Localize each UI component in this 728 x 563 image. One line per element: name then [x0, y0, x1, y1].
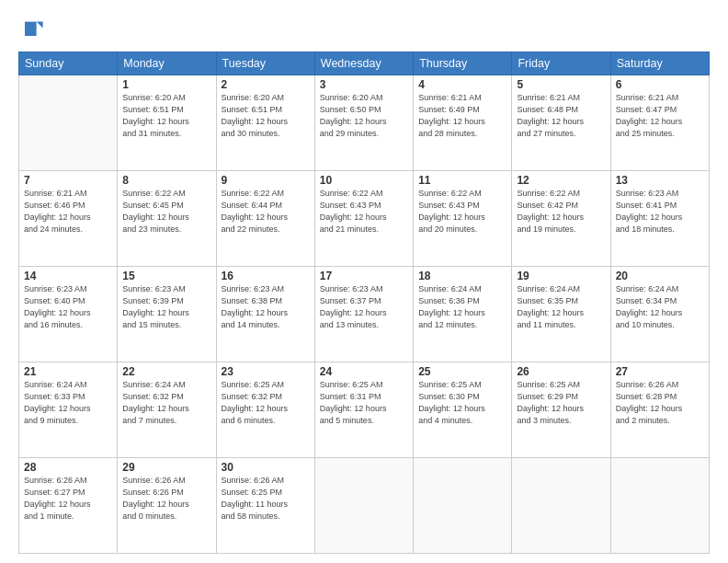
day-info: Sunrise: 6:26 AM Sunset: 6:26 PM Dayligh…: [122, 475, 210, 523]
day-info: Sunrise: 6:20 AM Sunset: 6:51 PM Dayligh…: [122, 92, 210, 140]
day-number: 4: [418, 78, 506, 91]
week-row-3: 21Sunrise: 6:24 AM Sunset: 6:33 PM Dayli…: [19, 362, 710, 458]
day-info: Sunrise: 6:24 AM Sunset: 6:33 PM Dayligh…: [24, 379, 112, 427]
day-number: 10: [320, 174, 408, 187]
day-number: 30: [222, 461, 310, 474]
weekday-header-wednesday: Wednesday: [314, 52, 413, 75]
logo: [18, 17, 50, 42]
weekday-header-tuesday: Tuesday: [216, 52, 314, 75]
day-number: 7: [24, 174, 112, 187]
calendar-cell: 20Sunrise: 6:24 AM Sunset: 6:34 PM Dayli…: [610, 267, 709, 362]
calendar-cell: 16Sunrise: 6:23 AM Sunset: 6:38 PM Dayli…: [216, 267, 314, 362]
day-info: Sunrise: 6:23 AM Sunset: 6:40 PM Dayligh…: [24, 283, 112, 331]
day-info: Sunrise: 6:26 AM Sunset: 6:28 PM Dayligh…: [616, 379, 704, 427]
calendar-cell: 11Sunrise: 6:22 AM Sunset: 6:43 PM Dayli…: [414, 171, 512, 267]
calendar-cell: 29Sunrise: 6:26 AM Sunset: 6:26 PM Dayli…: [118, 458, 216, 554]
calendar-cell: 24Sunrise: 6:25 AM Sunset: 6:31 PM Dayli…: [314, 362, 413, 458]
weekday-header-sunday: Sunday: [19, 52, 118, 75]
calendar-cell: [314, 458, 413, 554]
weekday-header-monday: Monday: [118, 52, 216, 75]
day-info: Sunrise: 6:23 AM Sunset: 6:39 PM Dayligh…: [122, 283, 210, 331]
calendar-cell: 9Sunrise: 6:22 AM Sunset: 6:44 PM Daylig…: [216, 171, 314, 267]
day-number: 28: [24, 461, 112, 474]
day-number: 3: [320, 78, 408, 91]
day-info: Sunrise: 6:22 AM Sunset: 6:45 PM Dayligh…: [122, 188, 210, 236]
day-info: Sunrise: 6:22 AM Sunset: 6:44 PM Dayligh…: [222, 188, 310, 236]
day-number: 12: [517, 174, 605, 187]
weekday-header-friday: Friday: [512, 52, 610, 75]
day-info: Sunrise: 6:24 AM Sunset: 6:32 PM Dayligh…: [122, 379, 210, 427]
day-number: 6: [616, 78, 704, 91]
day-info: Sunrise: 6:25 AM Sunset: 6:30 PM Dayligh…: [418, 379, 506, 427]
calendar-cell: 12Sunrise: 6:22 AM Sunset: 6:42 PM Dayli…: [512, 171, 610, 267]
day-info: Sunrise: 6:21 AM Sunset: 6:48 PM Dayligh…: [517, 92, 605, 140]
day-info: Sunrise: 6:20 AM Sunset: 6:51 PM Dayligh…: [222, 92, 310, 140]
day-number: 17: [320, 270, 408, 282]
header: [18, 17, 710, 42]
calendar-cell: [19, 75, 118, 171]
svg-marker-0: [37, 22, 43, 29]
calendar-cell: 13Sunrise: 6:23 AM Sunset: 6:41 PM Dayli…: [610, 171, 709, 267]
calendar-cell: [414, 458, 512, 554]
calendar-cell: 23Sunrise: 6:25 AM Sunset: 6:32 PM Dayli…: [216, 362, 314, 458]
day-number: 23: [222, 365, 310, 378]
day-number: 1: [122, 78, 210, 91]
day-number: 2: [222, 78, 310, 91]
day-number: 15: [122, 270, 210, 282]
day-number: 11: [418, 174, 506, 187]
day-info: Sunrise: 6:26 AM Sunset: 6:27 PM Dayligh…: [24, 475, 112, 523]
day-info: Sunrise: 6:22 AM Sunset: 6:42 PM Dayligh…: [517, 188, 605, 236]
day-number: 8: [122, 174, 210, 187]
calendar-cell: 30Sunrise: 6:26 AM Sunset: 6:25 PM Dayli…: [216, 458, 314, 554]
day-number: 18: [418, 270, 506, 282]
calendar-cell: 8Sunrise: 6:22 AM Sunset: 6:45 PM Daylig…: [118, 171, 216, 267]
day-number: 21: [24, 365, 112, 378]
day-number: 14: [24, 270, 112, 282]
day-number: 24: [320, 365, 408, 378]
calendar-cell: 7Sunrise: 6:21 AM Sunset: 6:46 PM Daylig…: [19, 171, 118, 267]
week-row-2: 14Sunrise: 6:23 AM Sunset: 6:40 PM Dayli…: [19, 267, 710, 362]
day-info: Sunrise: 6:24 AM Sunset: 6:34 PM Dayligh…: [616, 283, 704, 331]
day-number: 27: [616, 365, 704, 378]
day-number: 13: [616, 174, 704, 187]
day-info: Sunrise: 6:22 AM Sunset: 6:43 PM Dayligh…: [418, 188, 506, 236]
calendar-cell: 17Sunrise: 6:23 AM Sunset: 6:37 PM Dayli…: [314, 267, 413, 362]
day-number: 25: [418, 365, 506, 378]
calendar-cell: 28Sunrise: 6:26 AM Sunset: 6:27 PM Dayli…: [19, 458, 118, 554]
calendar-cell: [610, 458, 709, 554]
calendar-cell: 22Sunrise: 6:24 AM Sunset: 6:32 PM Dayli…: [118, 362, 216, 458]
day-info: Sunrise: 6:25 AM Sunset: 6:32 PM Dayligh…: [222, 379, 310, 427]
day-info: Sunrise: 6:23 AM Sunset: 6:37 PM Dayligh…: [320, 283, 408, 331]
page: SundayMondayTuesdayWednesdayThursdayFrid…: [0, 0, 728, 563]
day-info: Sunrise: 6:24 AM Sunset: 6:36 PM Dayligh…: [418, 283, 506, 331]
calendar-cell: 18Sunrise: 6:24 AM Sunset: 6:36 PM Dayli…: [414, 267, 512, 362]
calendar-cell: 5Sunrise: 6:21 AM Sunset: 6:48 PM Daylig…: [512, 75, 610, 171]
calendar-cell: 10Sunrise: 6:22 AM Sunset: 6:43 PM Dayli…: [314, 171, 413, 267]
day-number: 22: [122, 365, 210, 378]
day-info: Sunrise: 6:21 AM Sunset: 6:47 PM Dayligh…: [616, 92, 704, 140]
calendar-cell: 27Sunrise: 6:26 AM Sunset: 6:28 PM Dayli…: [610, 362, 709, 458]
day-number: 9: [222, 174, 310, 187]
calendar-table: SundayMondayTuesdayWednesdayThursdayFrid…: [18, 52, 710, 554]
calendar-cell: 1Sunrise: 6:20 AM Sunset: 6:51 PM Daylig…: [118, 75, 216, 171]
day-number: 19: [517, 270, 605, 282]
day-info: Sunrise: 6:24 AM Sunset: 6:35 PM Dayligh…: [517, 283, 605, 331]
day-info: Sunrise: 6:21 AM Sunset: 6:49 PM Dayligh…: [418, 92, 506, 140]
calendar-cell: 2Sunrise: 6:20 AM Sunset: 6:51 PM Daylig…: [216, 75, 314, 171]
weekday-header-saturday: Saturday: [610, 52, 709, 75]
calendar-cell: 25Sunrise: 6:25 AM Sunset: 6:30 PM Dayli…: [414, 362, 512, 458]
day-info: Sunrise: 6:25 AM Sunset: 6:29 PM Dayligh…: [517, 379, 605, 427]
calendar-cell: 3Sunrise: 6:20 AM Sunset: 6:50 PM Daylig…: [314, 75, 413, 171]
calendar-cell: 4Sunrise: 6:21 AM Sunset: 6:49 PM Daylig…: [414, 75, 512, 171]
day-info: Sunrise: 6:25 AM Sunset: 6:31 PM Dayligh…: [320, 379, 408, 427]
weekday-header-thursday: Thursday: [414, 52, 512, 75]
calendar-cell: 14Sunrise: 6:23 AM Sunset: 6:40 PM Dayli…: [19, 267, 118, 362]
day-number: 26: [517, 365, 605, 378]
logo-icon: [18, 17, 44, 42]
day-info: Sunrise: 6:26 AM Sunset: 6:25 PM Dayligh…: [222, 475, 310, 523]
calendar-cell: 15Sunrise: 6:23 AM Sunset: 6:39 PM Dayli…: [118, 267, 216, 362]
day-info: Sunrise: 6:21 AM Sunset: 6:46 PM Dayligh…: [24, 188, 112, 236]
week-row-1: 7Sunrise: 6:21 AM Sunset: 6:46 PM Daylig…: [19, 171, 710, 267]
day-info: Sunrise: 6:22 AM Sunset: 6:43 PM Dayligh…: [320, 188, 408, 236]
week-row-0: 1Sunrise: 6:20 AM Sunset: 6:51 PM Daylig…: [19, 75, 710, 171]
